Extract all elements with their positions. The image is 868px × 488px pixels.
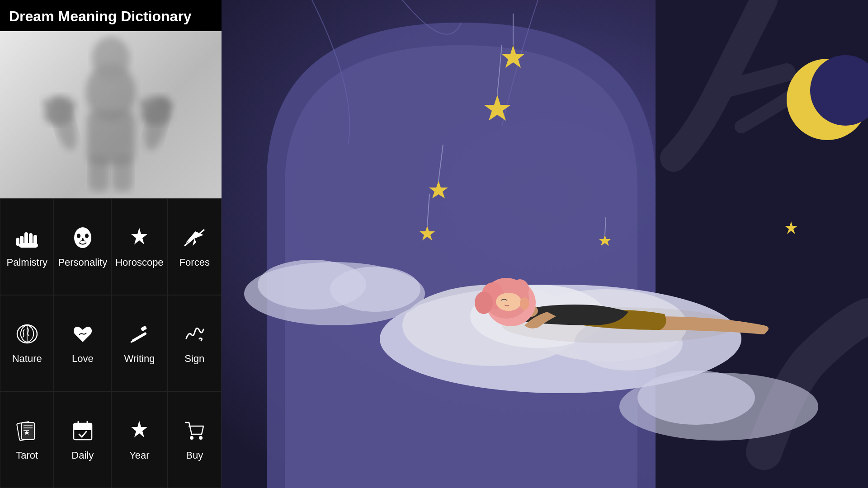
left-panel: Dream Meaning Dictionary bbox=[0, 0, 222, 488]
menu-grid: Palmistry Personali bbox=[0, 198, 222, 488]
svg-point-28 bbox=[85, 234, 89, 238]
menu-item-personality[interactable]: Personality bbox=[54, 198, 111, 295]
menu-item-love[interactable]: Love bbox=[54, 295, 111, 392]
svg-point-48 bbox=[190, 436, 193, 440]
dream-illustration bbox=[222, 0, 868, 488]
svg-point-27 bbox=[77, 234, 80, 238]
year-icon bbox=[127, 419, 151, 446]
ghost-figure bbox=[0, 31, 222, 198]
personality-icon bbox=[71, 226, 94, 253]
svg-point-83 bbox=[520, 297, 529, 310]
menu-item-palmistry[interactable]: Palmistry bbox=[0, 198, 54, 295]
sign-icon bbox=[183, 322, 206, 349]
nature-icon bbox=[15, 322, 39, 349]
love-icon bbox=[71, 322, 94, 349]
app-title: Dream Meaning Dictionary bbox=[0, 0, 222, 31]
menu-item-forces[interactable]: Forces bbox=[168, 198, 222, 295]
svg-rect-35 bbox=[141, 326, 147, 332]
writing-icon bbox=[127, 322, 151, 349]
svg-rect-33 bbox=[132, 332, 147, 343]
palmistry-icon bbox=[15, 226, 39, 253]
tarot-label: Tarot bbox=[16, 450, 38, 461]
svg-point-49 bbox=[199, 436, 203, 440]
hero-image bbox=[0, 31, 222, 198]
svg-rect-24 bbox=[19, 243, 38, 248]
horoscope-icon bbox=[127, 226, 151, 253]
svg-point-74 bbox=[637, 371, 755, 425]
svg-point-1 bbox=[92, 37, 130, 80]
svg-rect-3 bbox=[89, 155, 109, 192]
palmistry-label: Palmistry bbox=[6, 257, 47, 268]
love-label: Love bbox=[72, 353, 94, 365]
menu-item-tarot[interactable]: Tarot bbox=[0, 391, 54, 488]
svg-point-82 bbox=[496, 293, 521, 311]
nature-label: Nature bbox=[12, 353, 42, 365]
menu-item-writing[interactable]: Writing bbox=[111, 295, 167, 392]
sign-label: Sign bbox=[184, 353, 204, 365]
forces-label: Forces bbox=[179, 257, 210, 268]
svg-rect-23 bbox=[16, 238, 19, 246]
menu-item-year[interactable]: Year bbox=[111, 391, 167, 488]
daily-label: Daily bbox=[71, 450, 94, 461]
right-panel bbox=[222, 0, 868, 488]
svg-point-18 bbox=[142, 105, 170, 125]
svg-point-12 bbox=[44, 105, 73, 125]
tarot-icon bbox=[15, 419, 39, 446]
svg-marker-30 bbox=[131, 228, 147, 244]
buy-label: Buy bbox=[186, 450, 203, 461]
year-label: Year bbox=[129, 450, 149, 461]
svg-rect-43 bbox=[74, 423, 92, 430]
menu-item-daily[interactable]: Daily bbox=[54, 391, 111, 488]
menu-item-sign[interactable]: Sign bbox=[168, 295, 222, 392]
svg-point-80 bbox=[475, 291, 493, 314]
menu-item-horoscope[interactable]: Horoscope bbox=[111, 198, 167, 295]
buy-icon bbox=[183, 419, 206, 446]
forces-icon bbox=[183, 226, 206, 253]
menu-item-nature[interactable]: Nature bbox=[0, 295, 54, 392]
svg-marker-47 bbox=[131, 421, 147, 437]
svg-point-72 bbox=[330, 267, 420, 312]
horoscope-label: Horoscope bbox=[115, 257, 163, 268]
menu-item-buy[interactable]: Buy bbox=[168, 391, 222, 488]
personality-label: Personality bbox=[58, 257, 107, 268]
daily-icon bbox=[71, 419, 94, 446]
writing-label: Writing bbox=[124, 353, 155, 365]
svg-rect-4 bbox=[113, 155, 132, 192]
